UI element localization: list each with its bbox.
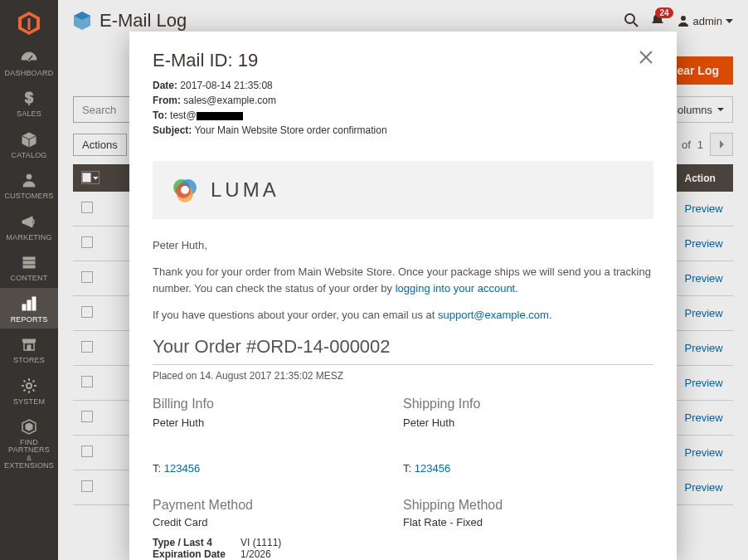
payment-method-heading: Payment Method [153, 498, 403, 513]
person-icon [20, 171, 38, 189]
svg-rect-12 [23, 261, 35, 264]
svg-point-10 [27, 174, 32, 179]
gauge-icon [20, 48, 38, 66]
sidebar-item-find[interactable]: FIND PARTNERS& EXTENSIONS [0, 411, 58, 475]
shipping-method-heading: Shipping Method [403, 498, 653, 513]
sidebar-item-system[interactable]: SYSTEM [0, 370, 58, 411]
support-email-link[interactable]: support@example.com [438, 309, 549, 321]
megaphone-icon [20, 212, 38, 231]
storefront-icon [20, 335, 38, 353]
magento-logo[interactable] [0, 5, 58, 41]
partners-icon [20, 417, 38, 436]
email-preview-modal: E-Mail ID: 19 Date: 2017-08-14 21:35:08 … [129, 32, 677, 560]
sidebar-item-stores[interactable]: STORES [0, 329, 58, 369]
billing-phone[interactable]: 123456 [164, 462, 200, 475]
sidebar-item-customers[interactable]: CUSTOMERS [0, 164, 58, 205]
stack-icon [20, 253, 38, 271]
placed-on: Placed on 14. August 2017 21:35:02 MESZ [153, 370, 653, 382]
shipping-heading: Shipping Info [403, 397, 653, 411]
greeting: Peter Huth, [153, 237, 653, 254]
brand-banner: LUMA [153, 161, 653, 219]
svg-text:$: $ [25, 90, 33, 106]
svg-point-38 [181, 186, 189, 194]
sidebar-item-sales[interactable]: $SALES [0, 82, 58, 123]
svg-rect-13 [23, 265, 35, 268]
modal-overlay: E-Mail ID: 19 Date: 2017-08-14 21:35:08 … [58, 0, 748, 560]
sidebar-item-marketing[interactable]: MARKETING [0, 206, 58, 246]
account-link[interactable]: logging into your account [396, 282, 516, 295]
shipping-phone[interactable]: 123456 [415, 462, 450, 475]
sidebar-item-catalog[interactable]: CATALOG [0, 124, 58, 164]
svg-rect-2 [28, 18, 31, 30]
svg-marker-21 [26, 423, 32, 431]
payment-method: Credit Card [153, 516, 403, 528]
svg-rect-15 [27, 300, 31, 310]
svg-point-19 [27, 383, 32, 388]
svg-rect-18 [27, 345, 31, 350]
svg-rect-11 [23, 257, 35, 260]
svg-rect-14 [22, 304, 26, 310]
gear-icon [20, 377, 38, 395]
sidebar-item-reports[interactable]: REPORTS [0, 288, 58, 329]
email-body: LUMA Peter Huth, Thank you for your orde… [153, 161, 653, 560]
close-modal-button[interactable] [639, 50, 653, 67]
box-icon [20, 130, 38, 149]
luma-logo-icon [171, 176, 199, 204]
sidebar-item-dashboard[interactable]: DASHBOARD [0, 41, 58, 82]
billing-name: Peter Huth [153, 416, 403, 429]
order-heading: Your Order #ORD-14-000002 [153, 336, 653, 358]
brand-name: LUMA [211, 178, 279, 202]
svg-rect-16 [32, 297, 36, 310]
redacted-text [197, 112, 243, 120]
sidebar-item-content[interactable]: CONTENT [0, 246, 58, 287]
chart-icon [20, 295, 38, 313]
close-icon [639, 50, 653, 65]
billing-heading: Billing Info [153, 397, 403, 411]
main-panel: E-Mail Log 24 admin Clear Log [58, 0, 748, 560]
admin-sidebar: DASHBOARD$SALESCATALOGCUSTOMERSMARKETING… [0, 0, 58, 560]
modal-title: E-Mail ID: 19 [153, 50, 387, 71]
shipping-name: Peter Huth [403, 416, 653, 429]
dollar-icon: $ [20, 89, 38, 107]
shipping-method: Flat Rate - Fixed [403, 516, 653, 528]
